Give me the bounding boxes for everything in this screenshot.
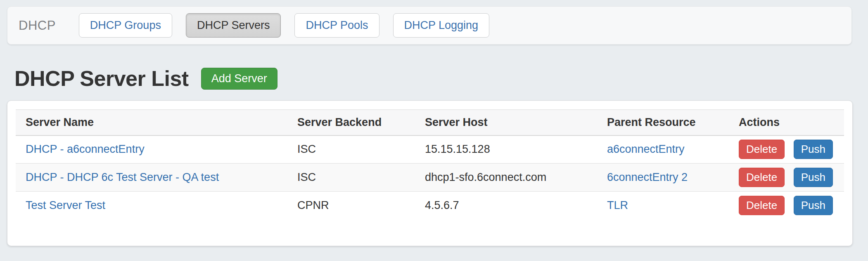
server-table: Server Name Server Backend Server Host P… bbox=[16, 109, 844, 220]
table-row: DHCP - a6connectEntry ISC 15.15.15.128 a… bbox=[16, 135, 844, 164]
dhcp-section-label: DHCP bbox=[19, 18, 56, 33]
page-title: DHCP Server List bbox=[14, 66, 189, 91]
col-header-parent-resource: Parent Resource bbox=[597, 110, 729, 135]
add-server-button[interactable]: Add Server bbox=[201, 68, 277, 90]
parent-resource-link[interactable]: 6connectEntry 2 bbox=[607, 171, 688, 183]
server-name-link[interactable]: Test Server Test bbox=[26, 199, 105, 211]
table-row: Test Server Test CPNR 4.5.6.7 TLR Delete… bbox=[16, 192, 844, 220]
delete-button[interactable]: Delete bbox=[739, 140, 785, 159]
push-button[interactable]: Push bbox=[794, 196, 833, 215]
col-header-server-name: Server Name bbox=[16, 110, 287, 135]
parent-resource-link[interactable]: TLR bbox=[607, 199, 628, 211]
tab-dhcp-groups[interactable]: DHCP Groups bbox=[79, 13, 172, 38]
col-header-server-host: Server Host bbox=[415, 110, 597, 135]
delete-button[interactable]: Delete bbox=[739, 168, 785, 187]
push-button[interactable]: Push bbox=[794, 140, 833, 159]
tab-dhcp-servers[interactable]: DHCP Servers bbox=[186, 13, 281, 38]
parent-resource-link[interactable]: a6connectEntry bbox=[607, 143, 685, 155]
server-backend-cell: ISC bbox=[287, 164, 415, 192]
server-list-card: Server Name Server Backend Server Host P… bbox=[7, 100, 853, 246]
tab-dhcp-logging[interactable]: DHCP Logging bbox=[393, 13, 490, 38]
page-heading-row: DHCP Server List Add Server bbox=[14, 61, 277, 96]
tab-dhcp-pools[interactable]: DHCP Pools bbox=[294, 13, 379, 38]
server-host-cell: dhcp1-sfo.6connect.com bbox=[415, 164, 597, 192]
server-backend-cell: ISC bbox=[287, 135, 415, 164]
push-button[interactable]: Push bbox=[794, 168, 833, 187]
delete-button[interactable]: Delete bbox=[739, 196, 785, 215]
server-host-cell: 4.5.6.7 bbox=[415, 192, 597, 220]
server-name-link[interactable]: DHCP - DHCP 6c Test Server - QA test bbox=[26, 171, 219, 183]
dhcp-nav-panel: DHCP DHCP Groups DHCP Servers DHCP Pools… bbox=[7, 6, 852, 45]
server-host-cell: 15.15.15.128 bbox=[415, 135, 597, 164]
table-row: DHCP - DHCP 6c Test Server - QA test ISC… bbox=[16, 164, 844, 192]
col-header-server-backend: Server Backend bbox=[287, 110, 415, 135]
server-name-link[interactable]: DHCP - a6connectEntry bbox=[26, 143, 145, 155]
col-header-actions: Actions bbox=[729, 110, 844, 135]
table-header-row: Server Name Server Backend Server Host P… bbox=[16, 110, 844, 135]
server-backend-cell: CPNR bbox=[287, 192, 415, 220]
